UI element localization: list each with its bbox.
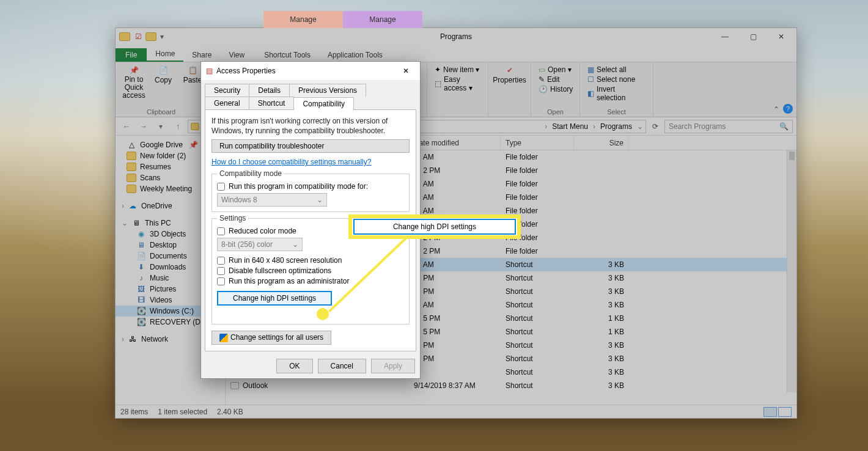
forward-button[interactable]: → [136, 119, 151, 134]
network-icon: 🖧 [128, 335, 138, 343]
row-type: Shortcut [501, 301, 574, 309]
ok-button[interactable]: OK [276, 359, 312, 373]
tab-application-tools[interactable]: Application Tools [319, 48, 391, 62]
row-type: File folder [501, 166, 574, 175]
folder-icon [127, 152, 136, 160]
minimize-button[interactable]: — [711, 28, 739, 45]
row-type: Shortcut [501, 381, 574, 390]
compat-mode-legend: Compatibility mode [217, 169, 284, 178]
compat-os-combo[interactable]: Windows 8⌄ [217, 193, 327, 207]
tab-shortcut[interactable]: Shortcut [249, 97, 295, 109]
tab-share[interactable]: Share [183, 48, 220, 62]
run-troubleshooter-button[interactable]: Run compatibility troubleshooter [211, 139, 410, 153]
row-date: … PM [409, 287, 501, 296]
properties-button[interactable]: ✔Properties [495, 65, 524, 86]
up-button[interactable]: ↑ [171, 119, 185, 134]
settings-legend: Settings [217, 214, 248, 222]
breadcrumb-segment[interactable]: Programs [598, 122, 634, 131]
row-date: … AM [409, 207, 501, 215]
apply-button[interactable]: Apply [371, 359, 415, 373]
compat-mode-checkbox[interactable]: Run this program in compatibility mode f… [217, 182, 404, 191]
app-icon: ▤ [206, 67, 213, 75]
dialog-title-bar[interactable]: ▤Access Properties ✕ [201, 62, 420, 80]
qat-checkbox-icon[interactable]: ☑ [135, 32, 142, 41]
row-type: Shortcut [501, 328, 574, 336]
copy-button[interactable]: 📄Copy [151, 65, 175, 101]
tab-security[interactable]: Security [205, 84, 249, 97]
run-as-admin-checkbox[interactable]: Run this program as an administrator [217, 277, 404, 285]
chevron-right-icon: › [122, 202, 124, 210]
open-button[interactable]: ▭Open ▾ [537, 65, 573, 75]
tab-general[interactable]: General [205, 97, 249, 109]
paste-icon: 📋 [188, 66, 197, 75]
row-size: 3 KB [574, 341, 629, 350]
tab-view[interactable]: View [220, 48, 253, 62]
tab-shortcut-tools[interactable]: Shortcut Tools [256, 48, 319, 62]
details-view-button[interactable] [763, 407, 777, 417]
tab-previous-versions[interactable]: Previous Versions [289, 84, 366, 97]
folder-icon [127, 185, 136, 193]
vertical-scrollbar[interactable] [787, 150, 796, 392]
group-open-label: Open [537, 108, 573, 116]
invert-selection-button[interactable]: ◧Invert selection [586, 84, 647, 103]
low-res-checkbox[interactable]: Run in 640 x 480 screen resolution [217, 256, 404, 265]
change-high-dpi-button[interactable]: Change high DPI settings [217, 291, 332, 306]
group-clipboard-label: Clipboard [122, 108, 200, 116]
row-date: 9/14/2019 8:37 AM [409, 381, 501, 390]
col-date[interactable]: Date modified [409, 136, 501, 150]
edit-icon: ✎ [539, 75, 545, 84]
ribbon-tabs: File Home Share View Shortcut Tools Appl… [116, 45, 796, 62]
large-icons-view-button[interactable] [778, 407, 792, 417]
onedrive-icon: ☁ [128, 202, 138, 210]
tab-file[interactable]: File [116, 48, 147, 62]
title-bar[interactable]: ☑ ▾ Manage Manage Programs — ▢ ✕ [116, 28, 796, 45]
row-size: 3 KB [574, 274, 629, 282]
change-all-users-button[interactable]: Change settings for all users [211, 331, 331, 345]
col-size[interactable]: Size [574, 136, 629, 150]
table-row[interactable]: Outlook9/14/2019 8:37 AMShortcut3 KB [226, 379, 796, 392]
search-placeholder: Search Programs [669, 122, 726, 131]
recent-locations-button[interactable]: ▾ [153, 119, 168, 134]
folder-icon [127, 174, 136, 182]
new-item-icon: ✦ [435, 65, 441, 74]
row-type: File folder [501, 247, 574, 255]
refresh-button[interactable]: ⟳ [649, 120, 662, 133]
tab-details[interactable]: Details [249, 84, 290, 97]
row-size: 1 KB [574, 328, 629, 336]
manual-settings-link[interactable]: How do I choose compatibility settings m… [211, 158, 410, 166]
ribbon-collapse-button[interactable]: ⌃ [773, 105, 779, 114]
disable-fullscreen-checkbox[interactable]: Disable fullscreen optimizations [217, 266, 404, 275]
row-name: Outlook [243, 381, 268, 390]
search-icon: 🔍 [779, 122, 789, 131]
color-depth-combo[interactable]: 8-bit (256) color⌄ [217, 238, 303, 251]
search-input[interactable]: Search Programs 🔍 [664, 120, 793, 133]
select-all-button[interactable]: ▦Select all [586, 65, 647, 75]
tab-compatibility[interactable]: Compatibility [293, 97, 354, 110]
qat-open-icon[interactable] [145, 32, 156, 41]
drive-icon: 💽 [136, 307, 146, 315]
edit-button[interactable]: ✎Edit [537, 75, 573, 84]
row-date: … [409, 368, 501, 376]
breadcrumb-segment[interactable]: Start Menu [550, 122, 590, 131]
row-size: 3 KB [574, 301, 629, 309]
back-button[interactable]: ← [119, 119, 134, 134]
pin-to-quick-access-button[interactable]: 📌Pin to Quick access [122, 65, 146, 101]
tab-home[interactable]: Home [147, 47, 183, 62]
folder-icon [127, 163, 136, 171]
qat-dropdown-icon[interactable]: ▾ [160, 32, 164, 41]
dialog-close-button[interactable]: ✕ [397, 62, 415, 80]
close-button[interactable]: ✕ [767, 28, 795, 45]
select-none-button[interactable]: ☐Select none [586, 75, 647, 84]
maximize-button[interactable]: ▢ [739, 28, 767, 45]
col-type[interactable]: Type [501, 136, 574, 150]
row-date: … AM [409, 260, 501, 269]
easy-access-button[interactable]: ⬚Easy access ▾ [433, 75, 482, 93]
new-item-button[interactable]: ✦New item ▾ [433, 65, 482, 75]
status-bar: 28 items 1 item selected 2.40 KB [116, 405, 796, 418]
row-date: … AM [409, 301, 501, 309]
help-icon[interactable]: ? [783, 104, 793, 114]
history-button[interactable]: 🕑History [537, 84, 573, 94]
cancel-button[interactable]: Cancel [318, 359, 366, 373]
row-date: … AM [409, 153, 501, 161]
row-type: Shortcut [501, 341, 574, 350]
